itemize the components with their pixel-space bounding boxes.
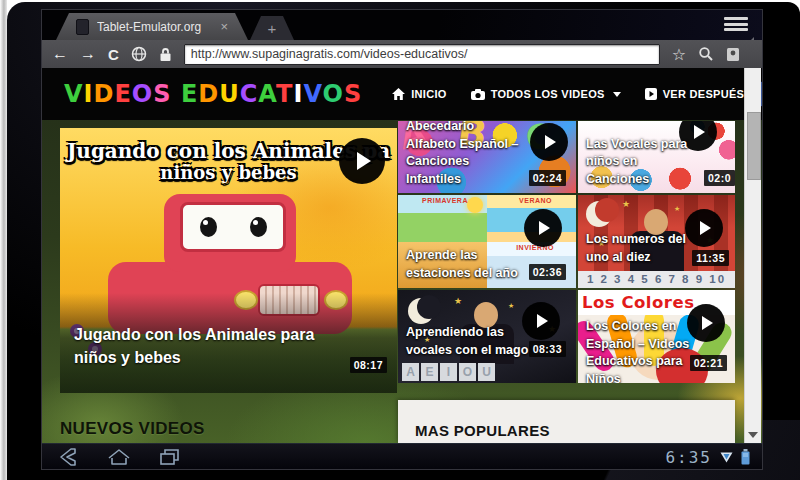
- featured-title: Jugando con los Animales para niños y be…: [74, 323, 324, 369]
- most-popular-panel: MAS POPULARES: [398, 400, 735, 443]
- duration-badge: 02:21: [690, 355, 727, 371]
- duration-badge: 08:17: [350, 357, 387, 373]
- video-title: Las Vocales para niños en Canciones: [586, 136, 704, 189]
- site-logo-text[interactable]: VIDEOS EDUCATIVOS: [64, 80, 362, 108]
- globe-icon: [131, 46, 147, 62]
- video-title: Abecedario Alfabeto Español – Canciones …: [406, 121, 526, 188]
- featured-video-card[interactable]: Jugando con los Animales pa niños y bebe…: [60, 128, 397, 393]
- nav-item-inicio[interactable]: INICIO: [392, 88, 446, 100]
- tab-close-button[interactable]: ×: [216, 19, 228, 34]
- system-home-button[interactable]: [106, 447, 132, 467]
- duration-badge: 02:36: [529, 264, 566, 280]
- browser-tab[interactable]: Tablet-Emulator.org ×: [56, 13, 248, 40]
- nav-item-todos-los-videos[interactable]: TODOS LOS VIDEOS: [471, 88, 621, 100]
- video-title: Aprendiendo las vocales con el mago: [406, 324, 530, 359]
- duration-badge: 02:24: [529, 170, 566, 186]
- vowels-strip: AEIOU: [402, 363, 495, 381]
- battery-icon: [741, 449, 750, 465]
- video-title: Los numeros del uno al diez: [586, 231, 696, 266]
- bookmark-star-icon[interactable]: ☆: [672, 45, 686, 64]
- main-nav: INICIO TODOS LOS VIDEOS VER DESPUÉS: [392, 88, 744, 100]
- season-label: VERANO: [519, 197, 552, 204]
- home-icon: [392, 88, 405, 100]
- tablet-screen: Tablet-Emulator.org × + ← → C ☆: [42, 10, 762, 469]
- video-card-abecedario[interactable]: A B C Abecedario Alfabeto Español – Canc…: [398, 121, 576, 193]
- web-viewport: VIDEOS EDUCATIVOS INICIO TODOS LOS VIDEO…: [42, 68, 762, 443]
- scrollbar-down-arrow[interactable]: [748, 432, 758, 438]
- video-title: Los Colores en Español – Videos Educativ…: [586, 318, 696, 383]
- play-button[interactable]: [339, 138, 385, 184]
- tab-favicon: [76, 19, 89, 35]
- duration-badge: 08:33: [529, 341, 566, 357]
- wifi-icon: [720, 452, 733, 463]
- android-system-bar: 6:35: [42, 443, 762, 469]
- section-heading-mas-populares: MAS POPULARES: [415, 422, 550, 439]
- status-clock: 6:35: [665, 448, 712, 467]
- lock-icon: [159, 47, 172, 62]
- back-icon[interactable]: ←: [52, 46, 68, 62]
- nav-item-ver-despues[interactable]: VER DESPUÉS: [645, 88, 745, 100]
- moon-decor: [586, 201, 612, 227]
- chevron-down-icon: [613, 92, 621, 97]
- video-card-estaciones[interactable]: PRIMAVERA VERANO INVIERNO Aprende las es…: [398, 195, 576, 288]
- site-header: VIDEOS EDUCATIVOS INICIO TODOS LOS VIDEO…: [42, 68, 762, 120]
- browser-toolbar: ← → C ☆: [42, 40, 762, 68]
- moon-decor: [408, 298, 434, 324]
- url-input[interactable]: [184, 44, 660, 65]
- duration-badge: 02:0: [704, 170, 735, 186]
- camera-icon: [471, 89, 485, 100]
- page-scrollbar[interactable]: [744, 68, 761, 443]
- section-heading-nuevos-videos: NUEVOS VIDEOS: [60, 419, 205, 439]
- reload-icon[interactable]: C: [108, 46, 119, 63]
- search-icon[interactable]: [698, 46, 714, 62]
- desktop-edge: [0, 0, 7, 480]
- forward-icon[interactable]: →: [80, 46, 96, 62]
- video-card-numeros[interactable]: ★ ★ ★ ★ Los numeros del uno al diez 11:3…: [578, 195, 735, 288]
- play-button[interactable]: [524, 209, 562, 247]
- video-card-vocales-canciones[interactable]: Las Vocales para niños en Canciones 02:0: [578, 121, 735, 193]
- new-tab-button[interactable]: +: [250, 16, 294, 40]
- play-button[interactable]: [530, 123, 568, 161]
- bookmarks-icon[interactable]: [726, 47, 740, 62]
- numbers-strip: 1 2 3 4 5 6 7 8 9 10: [578, 271, 735, 288]
- system-back-button[interactable]: [56, 447, 80, 467]
- video-card-mago[interactable]: ★ ★ ★ ★ ★ Aprendiendo las vocales con el…: [398, 290, 576, 383]
- menu-icon[interactable]: [724, 17, 748, 34]
- scrollbar-thumb[interactable]: [747, 112, 761, 180]
- season-label: PRIMAVERA: [422, 197, 468, 204]
- duration-badge: 11:35: [692, 250, 729, 266]
- video-card-colores[interactable]: Los Colores Los Colores en Español – Vid…: [578, 290, 735, 383]
- tab-title: Tablet-Emulator.org: [97, 20, 208, 34]
- video-title: Aprende las estaciones del año: [406, 247, 536, 282]
- system-recents-button[interactable]: [158, 447, 182, 467]
- browser-tab-strip: Tablet-Emulator.org × +: [42, 10, 762, 40]
- play-box-icon: [645, 88, 657, 100]
